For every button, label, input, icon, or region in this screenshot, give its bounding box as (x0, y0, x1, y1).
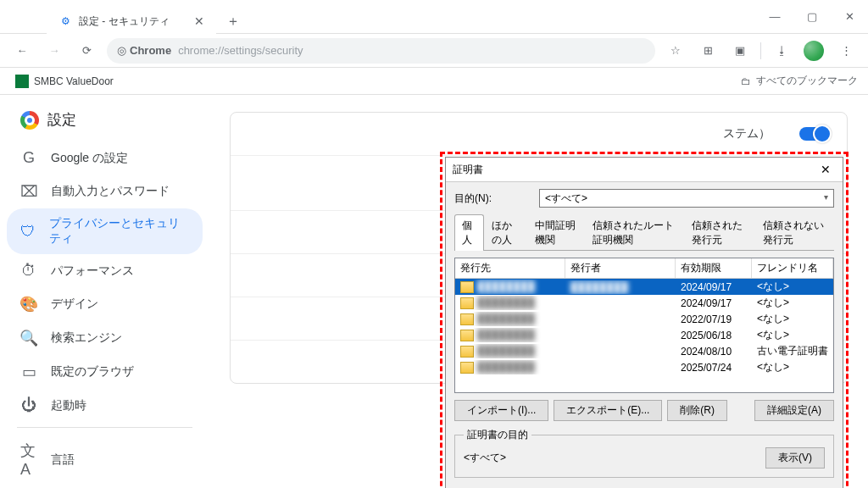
dialog-tab-4[interactable]: 信頼された発行元 (684, 214, 755, 251)
col-issued-to[interactable]: 発行先 (455, 258, 565, 278)
sidebar-item-7[interactable]: ⏻起動時 (7, 389, 203, 422)
settings-page: 設定 GGoogle の設定⌧自動入力とパスワード🛡プライバシーとセキュリティ⏱… (0, 95, 868, 488)
sidebar-item-6[interactable]: ▭既定のブラウザ (7, 355, 203, 389)
settings-row-0[interactable]: ステム） (231, 113, 847, 155)
cert-row-2[interactable]: ████████2022/07/19<なし> (455, 311, 833, 327)
folder-icon: 🗀 (741, 75, 751, 87)
power-icon: ⏻ (20, 396, 37, 414)
browser-titlebar: ⌄ ⚙ 設定 - セキュリティ ✕ ＋ — ▢ ✕ (0, 0, 868, 34)
dialog-tab-0[interactable]: 個人 (454, 214, 484, 251)
dialog-title: 証明書 (453, 163, 483, 177)
col-friendly[interactable]: フレンドリ名 (752, 258, 833, 278)
settings-sidebar: GGoogle の設定⌧自動入力とパスワード🛡プライバシーとセキュリティ⏱パフォ… (0, 138, 209, 488)
dialog-tabs: 個人ほかの人中間証明機関信頼されたルート証明機関信頼された発行元信頼されない発行… (454, 214, 834, 251)
cert-purpose-value: <すべて> (464, 451, 506, 465)
chrome-icon: ◎ (117, 44, 126, 57)
back-button[interactable]: ← (10, 39, 34, 63)
sidebar-item-label: プライバシーとセキュリティ (49, 216, 189, 247)
window-controls: — ▢ ✕ (756, 0, 868, 34)
tab-close-icon[interactable]: ✕ (194, 14, 204, 28)
side-panel-icon[interactable]: ▣ (728, 39, 752, 63)
minimize-button[interactable]: — (756, 0, 793, 34)
sidebar-item-label: 自動入力とパスワード (51, 184, 170, 199)
bookmark-label: SMBC ValueDoor (34, 75, 114, 87)
forward-button: → (42, 39, 66, 63)
omnibox[interactable]: ◎Chrome chrome://settings/security (107, 38, 655, 64)
sidebar-item-label: 既定のブラウザ (51, 364, 134, 380)
sidebar-item-label: 検索エンジン (51, 330, 122, 346)
purpose-select[interactable]: <すべて> (539, 189, 834, 208)
sidebar-item-1[interactable]: ⌧自動入力とパスワード (7, 175, 203, 208)
dialog-close-button[interactable]: ✕ (815, 161, 836, 178)
avatar[interactable] (802, 39, 826, 63)
new-tab-button[interactable]: ＋ (221, 10, 245, 34)
shield-icon: 🛡 (20, 223, 36, 241)
browser-tab-active[interactable]: ⚙ 設定 - セキュリティ ✕ (47, 8, 216, 34)
settings-title: 設定 (47, 110, 76, 130)
sidebar-item-label: デザイン (51, 297, 98, 312)
purpose-label: 目的(N): (454, 191, 531, 206)
sidebar-item-label: 言語 (51, 452, 75, 468)
cert-purpose-legend: 証明書の目的 (464, 428, 531, 442)
settings-content: ステム）更な場合）›⧉⧉トを保護⧉ 証明書 ✕ 目的(N): <すべて> 個人ほ… (209, 95, 868, 488)
all-bookmarks-button[interactable]: 🗀 すべてのブックマーク (741, 74, 858, 88)
sidebar-item-0[interactable]: GGoogle の設定 (7, 141, 203, 175)
kebab-menu-icon[interactable]: ⋮ (834, 39, 858, 63)
settings-brand: 設定 (0, 95, 209, 138)
cert-row-1[interactable]: ████████2024/09/17<なし> (455, 295, 833, 311)
certificates-dialog: 証明書 ✕ 目的(N): <すべて> 個人ほかの人中間証明機関信頼されたルート証… (445, 157, 843, 488)
cert-row-3[interactable]: ████████2025/06/18<なし> (455, 327, 833, 343)
export-button[interactable]: エクスポート(E)... (554, 400, 662, 421)
omnibox-chip: Chrome (130, 44, 171, 57)
download-icon[interactable]: ⭳ (770, 39, 793, 63)
advanced-button[interactable]: 詳細設定(A) (754, 400, 834, 421)
col-issuer[interactable]: 発行者 (565, 258, 676, 278)
sidebar-item-5[interactable]: 🔍検索エンジン (7, 321, 203, 355)
table-header: 発行先 発行者 有効期限 フレンドリ名 (455, 258, 833, 279)
sidebar-item-3[interactable]: ⏱パフォーマンス (7, 254, 203, 287)
sidebar-item-2[interactable]: 🛡プライバシーとセキュリティ (7, 208, 203, 254)
palette-icon: 🎨 (20, 295, 37, 313)
import-button[interactable]: インポート(I)... (454, 400, 548, 421)
dialog-tab-5[interactable]: 信頼されない発行元 (755, 214, 834, 251)
dialog-tab-3[interactable]: 信頼されたルート証明機関 (585, 214, 685, 251)
purpose-value: <すべて> (545, 192, 587, 204)
sidebar-item-label: 起動時 (51, 398, 86, 413)
close-window-button[interactable]: ✕ (831, 0, 868, 34)
cert-row-4[interactable]: ████████2024/08/10古い電子証明書 (455, 343, 833, 359)
search-icon: 🔍 (20, 329, 37, 347)
dialog-titlebar: 証明書 ✕ (446, 158, 843, 182)
bookmark-item-smbc[interactable]: SMBC ValueDoor (10, 71, 119, 92)
view-button[interactable]: 表示(V) (765, 447, 825, 469)
purpose-row: 目的(N): <すべて> (454, 189, 834, 208)
dialog-tab-2[interactable]: 中間証明機関 (527, 214, 585, 251)
cert-row-0[interactable]: ████████████████2024/09/17<なし> (455, 279, 833, 295)
sidebar-item-8[interactable]: 文A言語 (7, 433, 203, 486)
lang-icon: 文A (20, 441, 37, 479)
browser-icon: ▭ (20, 363, 37, 381)
cert-purpose-group: 証明書の目的 <すべて> 表示(V) (454, 428, 834, 478)
extensions-icon[interactable]: ⊞ (696, 39, 720, 63)
toggle[interactable] (799, 127, 830, 141)
all-bookmarks-label: すべてのブックマーク (756, 74, 858, 88)
bookmark-bar: SMBC ValueDoor 🗀 すべてのブックマーク (0, 68, 868, 95)
bookmark-favicon (15, 75, 29, 88)
settings-left: 設定 GGoogle の設定⌧自動入力とパスワード🛡プライバシーとセキュリティ⏱… (0, 95, 209, 488)
delete-button[interactable]: 削除(R) (667, 400, 727, 421)
sidebar-item-label: パフォーマンス (51, 263, 134, 279)
tab-strip: ⚙ 設定 - セキュリティ ✕ ＋ (0, 0, 756, 34)
reload-button[interactable]: ⟳ (75, 39, 98, 63)
key-icon: ⌧ (20, 182, 37, 201)
tab-title: 設定 - セキュリティ (79, 14, 170, 29)
cert-row-5[interactable]: ████████2025/07/24<なし> (455, 359, 833, 375)
omnibox-url: chrome://settings/security (178, 44, 303, 57)
certificate-table: 発行先 発行者 有効期限 フレンドリ名 ████████████████2024… (454, 258, 834, 393)
col-expires[interactable]: 有効期限 (676, 258, 752, 278)
bookmark-star-icon[interactable]: ☆ (664, 39, 687, 63)
table-body: ████████████████2024/09/17<なし>████████20… (455, 279, 833, 375)
gear-icon: ⚙ (58, 14, 72, 28)
dialog-tab-1[interactable]: ほかの人 (484, 214, 527, 251)
sidebar-item-4[interactable]: 🎨デザイン (7, 287, 203, 321)
maximize-button[interactable]: ▢ (793, 0, 831, 34)
chrome-logo-icon (20, 111, 39, 130)
